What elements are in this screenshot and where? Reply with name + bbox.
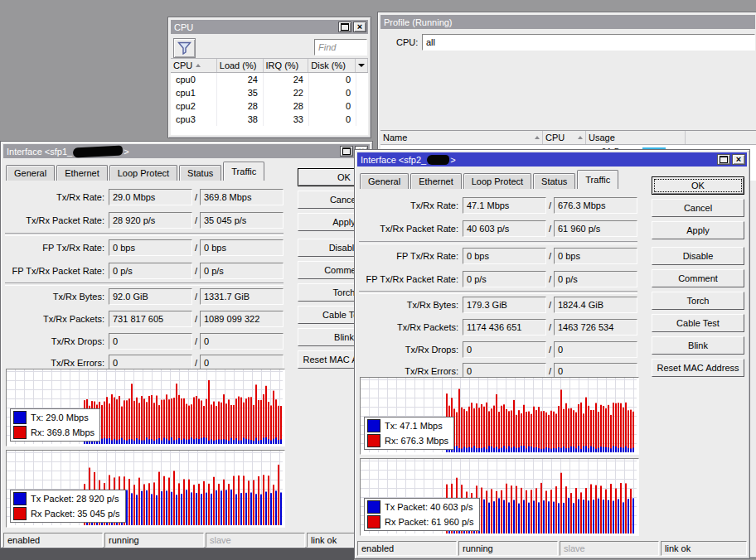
field-row: FP Tx/Rx Packet Rate: 0 p/s / 0 p/s (4, 263, 284, 279)
table-row[interactable]: cpu3 38 33 0 (171, 113, 368, 126)
cpu-col-disk[interactable]: Disk (%) (308, 59, 356, 72)
cell-load: 35 (217, 86, 264, 99)
filter-button[interactable] (173, 38, 196, 58)
separator (5, 233, 284, 236)
table-row[interactable]: cpu2 28 28 0 (171, 99, 368, 113)
close-icon: × (736, 155, 741, 163)
cpu-titlebar[interactable]: CPU × (171, 20, 368, 34)
field-label: Tx/Rx Packets: (4, 314, 109, 324)
slash-separator: / (546, 345, 554, 355)
rx-rate-box: 676.3 Mbps (554, 197, 637, 214)
close-button[interactable]: × (353, 22, 366, 32)
cell-disk: 0 (309, 86, 356, 99)
field-row: Tx/Rx Bytes: 92.0 GiB / 1331.7 GiB (4, 288, 284, 305)
profile-col-usage[interactable]: Usage (586, 131, 686, 144)
tab-loop-protect[interactable]: Loop Protect (463, 173, 531, 189)
sort-asc-icon (578, 136, 583, 139)
slash-separator: / (546, 224, 554, 234)
profile-col-extra (686, 131, 756, 144)
rx-color-swatch (13, 507, 27, 520)
status-link: link ok (661, 541, 747, 556)
field-label: Tx/Rx Drops: (358, 345, 463, 355)
rx-packets-box: 1463 726 534 (554, 319, 637, 336)
rx-color-swatch (367, 515, 380, 529)
find-input[interactable] (314, 39, 367, 56)
cpu-table-header: CPU Load (%) IRQ (%) Disk (%) (171, 59, 368, 73)
tab-status[interactable]: Status (179, 165, 221, 181)
table-row[interactable]: cpu1 35 22 0 (171, 86, 368, 99)
tab-status[interactable]: Status (533, 173, 575, 189)
apply-button[interactable]: Apply (652, 221, 744, 239)
maximize-icon (342, 147, 351, 155)
maximize-button[interactable] (717, 154, 730, 165)
ok-button[interactable]: OK (652, 176, 744, 195)
tab-bar: General Ethernet Loop Protect Status Tra… (6, 162, 266, 181)
tx-legend-label: Tx: 47.1 Mbps (385, 421, 443, 431)
cpu-col-load[interactable]: Load (%) (217, 59, 264, 72)
field-row: Tx/Rx Packets: 1174 436 651 / 1463 726 5… (358, 319, 637, 336)
cell-disk: 0 (309, 99, 356, 113)
tab-traffic[interactable]: Traffic (577, 170, 618, 189)
profile-cpu-input[interactable] (422, 34, 755, 51)
profile-window-title: Profile (Running) (384, 17, 453, 27)
fp-rx-rate-box: 0 bps (554, 248, 637, 264)
cell-irq: 28 (264, 99, 309, 113)
rx-bytes-box: 1824.4 GiB (554, 297, 637, 313)
cell-load: 28 (217, 99, 264, 113)
tab-ethernet[interactable]: Ethernet (56, 165, 108, 181)
field-row: FP Tx/Rx Rate: 0 bps / 0 bps (358, 248, 637, 264)
maximize-icon (720, 156, 728, 163)
close-icon: × (357, 22, 362, 31)
rate-graph-legend: Tx: 47.1 Mbps Rx: 676.3 Mbps (364, 417, 454, 450)
tab-traffic[interactable]: Traffic (223, 162, 264, 181)
field-label: Tx/Rx Bytes: (4, 292, 109, 302)
fp-tx-rate-box: 0 bps (109, 239, 192, 256)
profile-col-cpu[interactable]: CPU (543, 131, 586, 144)
close-button[interactable]: × (732, 154, 745, 165)
rx-packets-box: 1089 099 322 (200, 311, 284, 327)
slash-separator: / (192, 266, 200, 276)
field-label: Tx/Rx Drops: (4, 336, 109, 346)
disable-button[interactable]: Disable (652, 247, 744, 265)
field-label: FP Tx/Rx Rate: (358, 251, 463, 261)
cell-irq: 22 (264, 86, 309, 99)
slash-separator: / (192, 243, 200, 253)
rx-rate-box: 369.8 Mbps (200, 189, 284, 205)
field-row: Tx/Rx Rate: 47.1 Mbps / 676.3 Mbps (358, 197, 637, 214)
profile-titlebar[interactable]: Profile (Running) (380, 15, 755, 29)
profile-col-name[interactable]: Name (380, 131, 543, 144)
tab-general[interactable]: General (6, 165, 55, 181)
packet-graph-legend: Tx Packet: 40 603 p/s Rx Packet: 61 960 … (364, 498, 480, 531)
maximize-button[interactable] (340, 146, 353, 157)
field-label: FP Tx/Rx Packet Rate: (4, 266, 109, 276)
torch-button[interactable]: Torch (652, 292, 744, 310)
reset-mac-button[interactable]: Reset MAC Address (652, 359, 744, 377)
slash-separator: / (546, 322, 554, 332)
tab-loop-protect[interactable]: Loop Protect (109, 165, 177, 181)
field-row: Tx/Rx Bytes: 179.3 GiB / 1824.4 GiB (358, 297, 637, 313)
separator (359, 291, 637, 294)
table-row[interactable]: cpu0 24 24 0 (171, 73, 368, 86)
tx-rate-box: 29.0 Mbps (109, 189, 192, 205)
tab-ethernet[interactable]: Ethernet (410, 173, 462, 189)
rx-color-swatch (367, 434, 380, 447)
tx-packets-box: 1174 436 651 (463, 319, 546, 336)
maximize-button[interactable] (338, 22, 351, 32)
profile-table-header: Name CPU Usage (380, 131, 756, 145)
column-dropdown-button[interactable] (356, 59, 368, 72)
field-label: Tx/Rx Errors: (4, 358, 109, 368)
cpu-col-irq[interactable]: IRQ (%) (264, 59, 309, 72)
rx-packet-legend-label: Rx Packet: 61 960 p/s (385, 517, 474, 527)
cpu-col-cpu[interactable]: CPU (171, 59, 217, 72)
rx-packet-rate-box: 61 960 p/s (554, 220, 637, 237)
cell-load: 38 (217, 113, 264, 126)
cable-test-button[interactable]: Cable Test (652, 314, 744, 332)
status-running: running (458, 541, 558, 556)
tab-general[interactable]: General (360, 173, 409, 189)
sfp2-titlebar[interactable]: Interface <sfp2_> × (357, 152, 747, 167)
blink-button[interactable]: Blink (652, 336, 744, 355)
cancel-button[interactable]: Cancel (652, 199, 744, 217)
sfp1-titlebar[interactable]: Interface <sfp1_> × (3, 144, 370, 158)
comment-button[interactable]: Comment (652, 269, 744, 287)
packet-rate-graph: Tx Packet: 28 920 p/s Rx Packet: 35 045 … (6, 450, 285, 528)
